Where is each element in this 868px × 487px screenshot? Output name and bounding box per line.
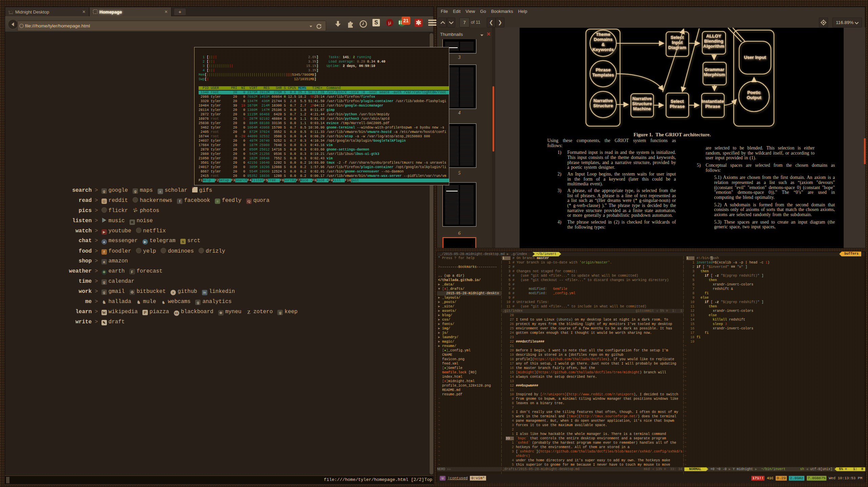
svg-text:Structure: Structure [593, 103, 613, 108]
svg-text:Phrase: Phrase [705, 104, 720, 109]
svg-text:Input: Input [672, 40, 683, 45]
svg-text:Grammar: Grammar [705, 67, 725, 72]
svg-text:Poetic: Poetic [747, 90, 761, 95]
svg-text:Select: Select [671, 99, 684, 104]
svg-text:Morphism: Morphism [704, 72, 725, 77]
svg-text:Domains: Domains [594, 37, 613, 42]
svg-text:Narrative: Narrative [632, 96, 652, 101]
svg-text:Output: Output [747, 95, 761, 100]
svg-text:Structure: Structure [632, 101, 652, 106]
svg-text:Instantiate: Instantiate [702, 99, 724, 104]
svg-text:Phrase: Phrase [670, 104, 685, 109]
svg-text:Narrative: Narrative [593, 98, 613, 103]
svg-text:Machine: Machine [633, 106, 651, 111]
svg-text:Diagram: Diagram [668, 45, 686, 50]
svg-text:Templates: Templates [592, 72, 614, 77]
svg-text:Select: Select [671, 35, 684, 40]
svg-text:ALLOY: ALLOY [706, 33, 722, 39]
svg-text:User Input: User Input [744, 55, 766, 60]
svg-text:Theme: Theme [596, 32, 611, 37]
svg-text:Phrase: Phrase [596, 67, 611, 72]
svg-text:Algorithm: Algorithm [703, 44, 724, 49]
svg-text:Keywords: Keywords [592, 47, 614, 52]
svg-text:&: & [601, 42, 605, 47]
svg-text:Blending: Blending [704, 39, 723, 44]
